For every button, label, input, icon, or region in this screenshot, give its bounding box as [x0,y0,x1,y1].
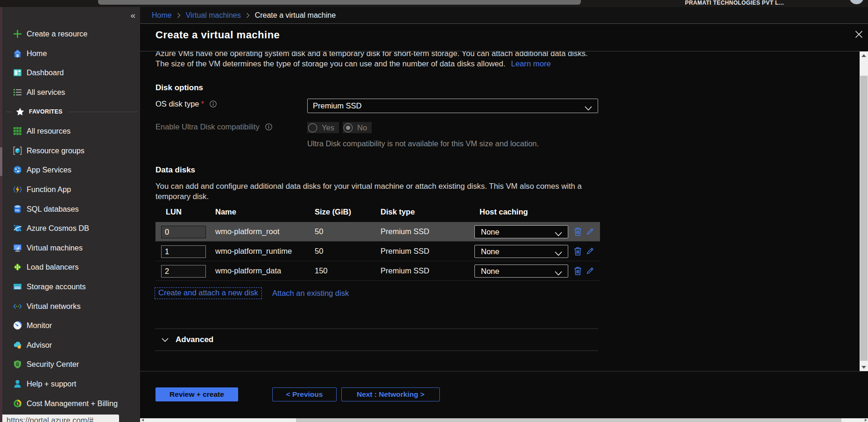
sidebar-item-label: App Services [27,165,71,174]
disk-name-cell: wmo-platform_root [215,227,280,236]
global-search-bar[interactable] [98,0,581,5]
scroll-down-arrow[interactable] [860,363,868,371]
lun-input[interactable] [161,245,206,258]
svg-text:$: $ [17,402,19,406]
info-icon[interactable] [265,123,272,130]
attach-existing-disk-link[interactable]: Attach an existing disk [272,289,349,298]
sidebar-item-security-center[interactable]: Security Center [2,355,140,374]
host-caching-select[interactable]: None [474,265,568,278]
cost-management-icon: $ [13,399,22,408]
sidebar-item-dashboard[interactable]: Dashboard [2,63,140,83]
column-header-lun: LUN [166,207,182,216]
delete-disk-icon[interactable] [574,227,583,236]
disk-name-cell: wmo-platform_runtime [215,247,292,256]
data-disk-row: wmo-platform_data150Premium SSDNone [155,261,600,280]
next-networking-button[interactable]: Next : Networking > [341,387,440,401]
breadcrumb-home[interactable]: Home [152,11,172,20]
left-page-scrollbar[interactable] [0,7,2,422]
previous-button[interactable]: < Previous [272,387,337,401]
left-page-scrollbar-thumb[interactable] [0,147,2,176]
sidebar-item-cost-management-billing[interactable]: $Cost Management + Billing [2,393,140,413]
vertical-scrollbar-thumb[interactable] [860,76,868,361]
ultra-disk-label-text: Enable Ultra Disk compatibility [155,122,260,131]
info-icon[interactable] [210,100,217,107]
row-divider [155,280,600,281]
disk-size-cell: 50 [315,247,323,256]
avatar[interactable] [849,0,864,4]
sidebar-item-all-resources[interactable]: All resources [2,122,140,141]
sidebar-item-label: Function App [27,185,71,194]
sidebar-item-storage-accounts[interactable]: Storage accounts [2,277,140,297]
horizontal-scrollbar-thumb[interactable] [296,418,841,422]
sidebar-item-home[interactable]: Home [2,44,140,64]
scroll-right-arrow[interactable] [863,418,868,422]
host-caching-select[interactable]: None [474,245,568,258]
advanced-section-toggle[interactable]: Advanced [162,335,213,344]
edit-disk-icon[interactable] [586,227,595,236]
sidebar-item-label: Help + support [27,379,76,388]
column-header-disk-type: Disk type [381,207,415,216]
breadcrumb-virtual-machines[interactable]: Virtual machines [186,11,241,20]
sidebar-item-label: Create a resource [27,29,87,38]
dialog-scroll-area: Azure VMs have one operating system disk… [140,51,860,371]
favorites-rule [69,112,138,112]
sidebar-item-resource-groups[interactable]: Resource groups [2,141,140,161]
storage-accounts-icon [13,282,22,291]
sidebar-item-advisor[interactable]: Advisor [2,336,140,355]
sidebar-item-label: Virtual machines [27,243,83,252]
dialog-content: Azure VMs have one operating system disk… [140,51,860,371]
sidebar-item-create-a-resource[interactable]: Create a resource [2,24,140,44]
sidebar-item-label: All services [27,88,65,97]
learn-more-link[interactable]: Learn more [511,59,551,68]
delete-disk-icon[interactable] [574,266,583,275]
app-services-icon [13,165,22,174]
sidebar-item-label: SQL databases [27,205,79,214]
chevron-down-icon [585,104,592,113]
radio-on-icon [343,123,353,133]
sidebar-favorites-header: FAVORITES [2,102,140,122]
edit-disk-icon[interactable] [586,266,595,275]
ultra-disk-radio-no[interactable]: No [343,122,372,133]
sidebar-item-azure-cosmos-db[interactable]: Azure Cosmos DB [2,219,140,238]
vertical-scrollbar[interactable] [860,51,868,371]
lun-input[interactable] [161,226,206,238]
disk-size-cell: 150 [315,266,328,275]
edit-disk-icon[interactable] [586,247,595,256]
cosmos-db-icon [13,224,22,233]
sidebar-item-virtual-machines[interactable]: Virtual machines [2,238,140,258]
required-asterisk: * [201,100,204,108]
sidebar-item-sql-databases[interactable]: SQLSQL databases [2,199,140,219]
sidebar-item-virtual-networks[interactable]: Virtual networks [2,296,140,316]
host-caching-select[interactable]: None [474,225,568,238]
os-disk-type-select[interactable]: Premium SSD [307,99,598,113]
disk-type-cell: Premium SSD [381,247,430,256]
radio-no-label: No [357,123,367,132]
sidebar-collapse-icon[interactable]: « [130,10,135,21]
status-url-tooltip: https://portal.azure.com/# [2,415,119,422]
data-disks-desc-line1: You can add and configure additional dat… [155,181,582,192]
sidebar-item-label: All resources [27,127,71,136]
lun-input[interactable] [161,265,206,278]
data-disks-desc-line2: temporary disk. [155,192,582,202]
breadcrumb: Home Virtual machines Create a virtual m… [140,7,868,24]
sidebar-item-app-services[interactable]: App Services [2,160,140,180]
review-create-button[interactable]: Review + create [155,387,238,401]
create-attach-disk-link[interactable]: Create and attach a new disk [155,287,262,299]
sidebar-item-help-support[interactable]: Help + support [2,374,140,394]
sidebar-item-monitor[interactable]: Monitor [2,316,140,336]
delete-disk-icon[interactable] [574,247,583,256]
resource-groups-icon [13,146,22,155]
sidebar-item-function-app[interactable]: Function App [2,180,140,200]
intro-paragraph: Azure VMs have one operating system disk… [155,51,588,69]
scroll-left-arrow[interactable] [140,418,145,422]
sidebar-item-all-services[interactable]: All services [2,83,140,102]
plus-icon [13,29,22,38]
horizontal-scrollbar[interactable] [140,418,868,422]
favorites-label: FAVORITES [29,108,63,115]
ultra-disk-radio-yes[interactable]: Yes [307,122,339,133]
scroll-up-arrow[interactable] [860,51,868,59]
close-icon[interactable] [855,30,863,38]
sidebar-item-load-balancers[interactable]: Load balancers [2,257,140,277]
sidebar-item-label: Monitor [27,321,52,330]
help-support-icon [13,379,22,388]
